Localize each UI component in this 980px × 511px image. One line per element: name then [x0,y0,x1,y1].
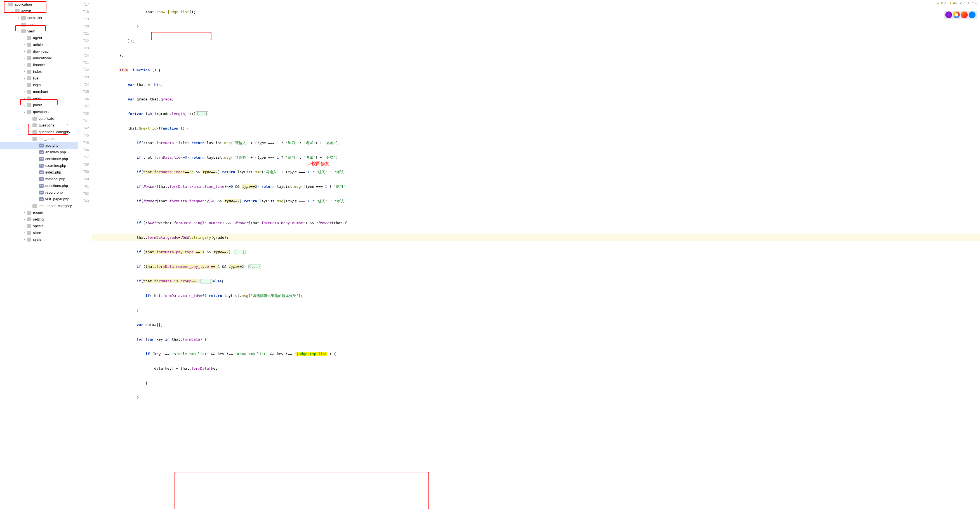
chevron-right-icon[interactable] [22,223,26,229]
chevron-right-icon[interactable] [28,116,32,121]
line-number[interactable]: 719 [78,16,89,23]
code-fold-button[interactable]: {...} [200,279,213,283]
line-number[interactable]: 758 [78,161,89,168]
chevron-right-icon[interactable] [17,22,21,27]
line-number[interactable]: 763 [78,198,89,205]
tree-item-test-paper-php[interactable]: test_paper.php [0,196,78,203]
line-number[interactable]: 757 [78,154,89,161]
line-number[interactable]: 737 [78,103,89,110]
tree-item-public[interactable]: public [0,102,78,109]
line-number[interactable]: 721 [78,30,89,37]
tree-item-model[interactable]: model [0,21,78,28]
line-number[interactable]: 741 [78,118,89,125]
tree-item-application[interactable]: application [0,1,78,8]
line-number[interactable]: 731 [78,59,89,67]
code-fold-button[interactable]: {...} [248,264,261,269]
tree-item-system[interactable]: system [0,236,78,243]
tree-item-test-paper-category[interactable]: test_paper_category [0,203,78,209]
chevron-right-icon[interactable] [22,49,26,54]
ok-indicator[interactable]: ✓213 [959,1,969,5]
line-number[interactable]: 733 [78,74,89,81]
tree-item-controller[interactable]: controller [0,14,78,21]
chevron-right-icon[interactable] [22,237,26,242]
code-area[interactable]: that.show_judge_list(); } }); }, save: f… [92,0,980,511]
tree-item-record[interactable]: record [0,209,78,216]
firefox-icon[interactable] [961,11,968,18]
line-number[interactable]: 759 [78,168,89,176]
chevron-right-icon[interactable] [22,62,26,68]
chevron-down-icon[interactable] [11,8,14,14]
chevron-right-icon[interactable] [22,217,26,222]
tree-item-test-paper[interactable]: test_paper [0,136,78,142]
tree-item-record-php[interactable]: record.php [0,189,78,196]
tree-item-order[interactable]: order [0,95,78,102]
line-number[interactable]: 735 [78,88,89,96]
tree-item-index[interactable]: index [0,68,78,75]
line-number[interactable]: 718 [78,8,89,16]
tree-item-special[interactable]: special [0,223,78,230]
line-number[interactable]: 722 [78,37,89,45]
chevron-right-icon[interactable] [22,230,26,236]
code-fold-button[interactable]: {...} [196,112,208,116]
line-number[interactable]: 732 [78,67,89,74]
chevron-right-icon[interactable] [22,42,26,48]
line-number[interactable]: 738 [78,110,89,118]
tree-item-add-php[interactable]: add.php [0,142,78,149]
code-fold-button[interactable]: {...} [233,250,245,254]
tree-item-questions[interactable]: questions [0,109,78,115]
chevron-right-icon[interactable] [22,69,26,74]
project-tree-sidebar[interactable]: application admin controller model view … [0,0,78,511]
tree-item-questions-category[interactable]: questions_categpry [0,129,78,136]
chevron-right-icon[interactable] [22,210,26,216]
line-number[interactable]: 762 [78,190,89,198]
line-number[interactable]: 745 [78,132,89,139]
tree-item-admin[interactable]: admin [0,8,78,14]
chevron-right-icon[interactable] [17,15,21,21]
expand-collapse-icon[interactable]: ⌃⌄ [972,1,977,5]
tree-item-answers-php[interactable]: answers.php [0,149,78,156]
tree-item-login[interactable]: login [0,82,78,88]
chevron-right-icon[interactable] [22,75,26,81]
line-number[interactable]: 761 [78,183,89,190]
chevron-down-icon[interactable] [17,29,21,34]
chevron-down-icon[interactable] [4,2,8,7]
tree-item-certificate-php[interactable]: certificate.php [0,156,78,162]
chevron-down-icon[interactable] [22,109,26,115]
line-number[interactable]: 760 [78,176,89,183]
line-number[interactable]: 734 [78,81,89,88]
line-number[interactable]: 717 [78,1,89,8]
tree-item-material-php[interactable]: material.php [0,176,78,182]
chrome-icon[interactable] [953,11,960,18]
chevron-right-icon[interactable] [22,89,26,94]
line-number[interactable]: 756 [78,147,89,154]
tree-item-view[interactable]: view [0,28,78,35]
tree-item-educational[interactable]: educational [0,55,78,62]
messenger-icon[interactable] [969,11,975,18]
line-number[interactable]: 748 [78,139,89,147]
tree-item-store[interactable]: store [0,230,78,236]
tree-item-setting[interactable]: setting [0,216,78,223]
chevron-right-icon[interactable] [22,35,26,41]
line-number[interactable]: 723 [78,45,89,52]
tree-item-questions-php[interactable]: questions.php [0,182,78,189]
tree-item-live[interactable]: live [0,75,78,82]
chevron-right-icon[interactable] [22,102,26,108]
inspection-status-bar[interactable]: ▲193 ▲46 ✓213 ⌃⌄ [936,1,977,5]
weak-warnings-indicator[interactable]: ▲46 [949,1,957,5]
tree-item-examine-php[interactable]: examine.php [0,162,78,169]
chevron-right-icon[interactable] [28,129,32,135]
code-editor[interactable]: 717 718 719 720 721 722 723 724 731 732 … [78,0,980,511]
line-number[interactable]: 742 [78,125,89,132]
tree-item-agent[interactable]: agent [0,35,78,42]
tree-item-download[interactable]: download [0,48,78,55]
line-number[interactable]: 736 [78,96,89,103]
chevron-right-icon[interactable] [22,82,26,88]
tree-item-merchant[interactable]: merchant [0,88,78,95]
chevron-right-icon[interactable] [28,203,32,209]
tree-item-index-php[interactable]: index.php [0,169,78,176]
tree-item-questions-sub[interactable]: questions [0,122,78,129]
line-gutter[interactable]: 717 718 719 720 721 722 723 724 731 732 … [78,0,92,511]
line-number[interactable]: 720 [78,23,89,30]
chevron-down-icon[interactable] [28,136,32,142]
tree-item-finance[interactable]: finance [0,62,78,68]
